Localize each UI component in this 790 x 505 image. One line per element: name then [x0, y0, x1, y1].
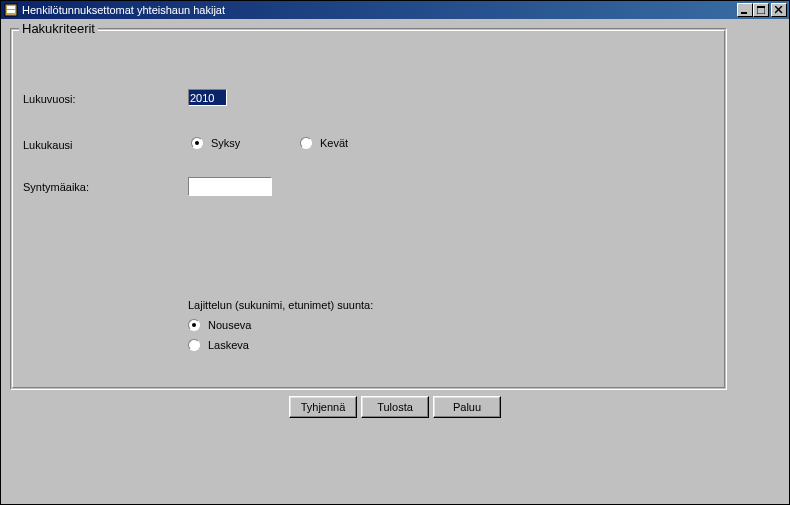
tyhjenna-button[interactable]: Tyhjennä — [289, 396, 357, 418]
criteria-group: Hakukriteerit Lukuvuosi: Lukukausi Syksy… — [10, 28, 727, 390]
radio-icon — [188, 319, 200, 331]
radio-laskeva[interactable]: Laskeva — [188, 339, 249, 351]
system-menu-icon[interactable] — [3, 2, 19, 18]
radio-syksy[interactable]: Syksy — [191, 137, 240, 149]
svg-rect-3 — [741, 12, 747, 14]
label-syntymaaika: Syntymäaika: — [23, 181, 89, 193]
radio-icon — [188, 339, 200, 351]
radio-label-syksy: Syksy — [211, 137, 240, 149]
titlebar: Henkilötunnuksettomat yhteishaun hakijat — [1, 1, 789, 19]
radio-kevat[interactable]: Kevät — [300, 137, 348, 149]
label-lukukausi: Lukukausi — [23, 139, 73, 151]
radio-label-laskeva: Laskeva — [208, 339, 249, 351]
label-lukuvuosi: Lukuvuosi: — [23, 93, 76, 105]
radio-label-nouseva: Nouseva — [208, 319, 251, 331]
syntymaaika-input[interactable] — [188, 177, 272, 196]
client-area: Hakukriteerit Lukuvuosi: Lukukausi Syksy… — [2, 20, 788, 503]
radio-icon — [191, 137, 203, 149]
radio-nouseva[interactable]: Nouseva — [188, 319, 251, 331]
window-controls — [737, 3, 789, 17]
lukuvuosi-input[interactable] — [189, 90, 226, 105]
svg-rect-1 — [7, 6, 15, 9]
button-row: Tyhjennä Tulosta Paluu — [2, 396, 788, 418]
sort-title: Lajittelun (sukunimi, etunimet) suunta: — [188, 299, 373, 311]
maximize-button[interactable] — [753, 3, 769, 17]
radio-label-kevat: Kevät — [320, 137, 348, 149]
window-title: Henkilötunnuksettomat yhteishaun hakijat — [22, 4, 737, 16]
tulosta-button[interactable]: Tulosta — [361, 396, 429, 418]
close-button[interactable] — [771, 3, 787, 17]
lukuvuosi-field-wrap — [188, 89, 227, 106]
radio-icon — [300, 137, 312, 149]
window: Henkilötunnuksettomat yhteishaun hakijat… — [0, 0, 790, 505]
minimize-button[interactable] — [737, 3, 753, 17]
paluu-button[interactable]: Paluu — [433, 396, 501, 418]
svg-rect-5 — [757, 6, 765, 8]
svg-rect-2 — [7, 10, 15, 13]
group-legend: Hakukriteerit — [19, 21, 98, 36]
